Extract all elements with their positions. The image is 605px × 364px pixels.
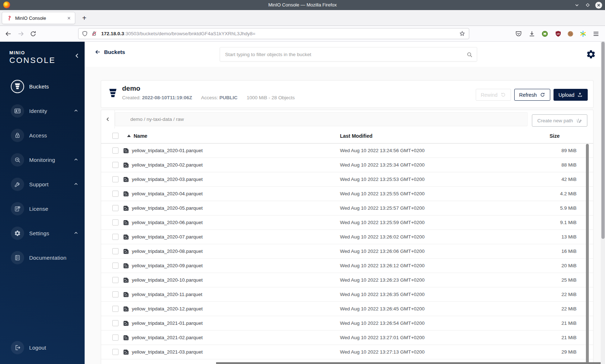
hamburger-menu-icon[interactable] xyxy=(592,30,600,37)
table-row[interactable]: yellow_tripdata_2021-02.parquetWed Aug 1… xyxy=(101,331,593,345)
tracking-shield-icon[interactable] xyxy=(82,31,88,37)
table-row[interactable]: yellow_tripdata_2020-10.parquetWed Aug 1… xyxy=(101,273,593,287)
table-row[interactable]: yellow_tripdata_2021-01.parquetWed Aug 1… xyxy=(101,316,593,331)
object-name[interactable]: yellow_tripdata_2021-03.parquet xyxy=(132,345,203,359)
table-row[interactable]: yellow_tripdata_2020-08.parquetWed Aug 1… xyxy=(101,244,593,259)
object-name[interactable]: yellow_tripdata_2020-10.parquet xyxy=(132,273,203,287)
path-back-button[interactable] xyxy=(101,110,115,128)
table-row[interactable]: yellow_tripdata_2020-01.parquetWed Aug 1… xyxy=(101,144,593,158)
page-scrollbar-track[interactable] xyxy=(601,42,605,364)
object-name[interactable]: yellow_tripdata_2020-12.parquet xyxy=(132,302,203,316)
object-name[interactable]: yellow_tripdata_2020-02.parquet xyxy=(132,158,203,172)
column-header-last-modified[interactable]: Last Modified xyxy=(340,128,372,144)
table-row[interactable]: yellow_tripdata_2020-05.parquetWed Aug 1… xyxy=(101,201,593,215)
table-row[interactable]: yellow_tripdata_2020-04.parquetWed Aug 1… xyxy=(101,187,593,201)
row-checkbox[interactable] xyxy=(112,147,118,154)
url-path: :30503/buckets/demo/browse/bnktdGF4aS1kY… xyxy=(124,31,255,36)
upload-button[interactable]: Upload xyxy=(554,89,588,101)
sidebar-item-documentation[interactable]: Documentation xyxy=(0,245,85,270)
table-row[interactable]: yellow_tripdata_2020-12.parquetWed Aug 1… xyxy=(101,302,593,316)
page-scrollbar-thumb[interactable] xyxy=(601,42,605,239)
sidebar-item-label: Support xyxy=(29,181,49,187)
object-name[interactable]: yellow_tripdata_2020-06.parquet xyxy=(132,215,203,229)
table-row[interactable]: yellow_tripdata_2020-03.parquetWed Aug 1… xyxy=(101,172,593,187)
url-bar[interactable]: 172.18.0.3:30503/buckets/demo/browse/bnk… xyxy=(78,28,469,39)
row-checkbox[interactable] xyxy=(112,291,118,297)
object-name[interactable]: yellow_tripdata_2020-03.parquet xyxy=(132,172,203,186)
row-checkbox[interactable] xyxy=(112,263,118,269)
sort-asc-icon[interactable] xyxy=(127,135,131,137)
row-checkbox[interactable] xyxy=(112,335,118,341)
row-checkbox[interactable] xyxy=(112,234,118,240)
reload-icon[interactable] xyxy=(30,30,37,37)
table-row[interactable]: yellow_tripdata_2020-09.parquetWed Aug 1… xyxy=(101,259,593,273)
object-name[interactable]: yellow_tripdata_2020-11.parquet xyxy=(132,287,202,301)
ublock-origin-icon[interactable]: uO xyxy=(555,30,562,37)
sidebar-collapse-icon[interactable] xyxy=(74,53,80,59)
row-checkbox[interactable] xyxy=(112,162,118,168)
tab-minio-console[interactable]: MinIO Console xyxy=(2,12,75,24)
downloads-icon[interactable] xyxy=(528,30,535,37)
back-to-buckets-link[interactable]: Buckets xyxy=(95,49,125,55)
row-checkbox[interactable] xyxy=(112,205,118,211)
cookie-icon[interactable] xyxy=(567,30,574,37)
page-header: Buckets xyxy=(85,42,605,67)
sidebar-item-monitoring[interactable]: Monitoring xyxy=(0,147,85,172)
table-row[interactable]: yellow_tripdata_2020-06.parquetWed Aug 1… xyxy=(101,215,593,230)
row-checkbox[interactable] xyxy=(112,349,118,355)
row-checkbox[interactable] xyxy=(112,320,118,326)
object-name[interactable]: yellow_tripdata_2020-08.parquet xyxy=(132,244,203,258)
refresh-button[interactable]: Refresh xyxy=(514,89,550,101)
object-name[interactable]: yellow_tripdata_2020-01.parquet xyxy=(132,144,203,158)
table-row[interactable]: yellow_tripdata_2020-02.parquetWed Aug 1… xyxy=(101,158,593,172)
pocket-icon[interactable] xyxy=(515,30,522,37)
url-text[interactable]: 172.18.0.3:30503/buckets/demo/browse/bnk… xyxy=(101,31,459,36)
tab-close-icon[interactable] xyxy=(66,15,72,21)
object-size: 21 MiB xyxy=(526,316,577,330)
row-checkbox[interactable] xyxy=(112,176,118,182)
table-scrollbar[interactable] xyxy=(586,144,589,364)
object-name[interactable]: yellow_tripdata_2021-02.parquet xyxy=(132,331,203,345)
create-new-path-button[interactable]: Create new path xyxy=(532,114,587,127)
column-header-size[interactable]: Size xyxy=(550,128,560,144)
row-checkbox[interactable] xyxy=(112,191,118,197)
search-input[interactable] xyxy=(220,47,477,61)
row-checkbox[interactable] xyxy=(112,219,118,226)
back-icon[interactable] xyxy=(5,30,12,37)
object-name[interactable]: yellow_tripdata_2021-01.parquet xyxy=(132,316,203,330)
breadcrumb[interactable]: demo / ny-taxi-data / raw xyxy=(115,112,528,126)
row-checkbox[interactable] xyxy=(112,248,118,254)
window-maximize-button[interactable] xyxy=(584,2,591,8)
privacy-badger-icon[interactable] xyxy=(541,30,548,37)
bookmark-star-icon[interactable] xyxy=(459,31,465,37)
object-name[interactable]: yellow_tripdata_2020-04.parquet xyxy=(132,187,203,201)
horizontal-scrollbar-thumb[interactable] xyxy=(216,362,601,364)
sidebar-item-settings[interactable]: Settings xyxy=(0,221,85,245)
insecure-lock-icon[interactable] xyxy=(91,31,97,37)
sidebar-item-support[interactable]: Support xyxy=(0,172,85,196)
table-row[interactable]: yellow_tripdata_2020-07.parquetWed Aug 1… xyxy=(101,230,593,244)
sidebar-item-license[interactable]: License xyxy=(0,196,85,221)
sidebar-item-buckets[interactable]: Buckets xyxy=(0,74,85,99)
select-all-checkbox[interactable] xyxy=(112,133,118,139)
forward-icon[interactable] xyxy=(17,30,24,37)
sidebar-item-access[interactable]: Access xyxy=(0,123,85,147)
sidebar-item-logout[interactable]: Logout xyxy=(0,339,85,356)
table-row[interactable]: yellow_tripdata_2020-11.parquetWed Aug 1… xyxy=(101,287,593,302)
window-minimize-button[interactable] xyxy=(574,2,580,8)
license-icon xyxy=(11,202,24,215)
object-name[interactable]: yellow_tripdata_2020-05.parquet xyxy=(132,201,203,215)
new-tab-button[interactable]: + xyxy=(79,13,89,23)
row-checkbox[interactable] xyxy=(112,306,118,312)
object-name[interactable]: yellow_tripdata_2020-09.parquet xyxy=(132,259,203,273)
object-filter-search xyxy=(220,47,477,62)
containers-asterisk-icon[interactable] xyxy=(579,30,587,37)
row-checkbox[interactable] xyxy=(112,277,118,283)
gear-settings-icon[interactable] xyxy=(586,49,596,59)
table-row[interactable]: yellow_tripdata_2021-03.parquetWed Aug 1… xyxy=(101,345,593,359)
window-close-button[interactable] xyxy=(595,2,602,9)
object-name[interactable]: yellow_tripdata_2020-07.parquet xyxy=(132,230,203,244)
sidebar-item-identity[interactable]: Identity xyxy=(0,99,85,123)
rewind-button[interactable]: Rewind xyxy=(476,89,511,101)
column-header-name[interactable]: Name xyxy=(134,128,147,144)
